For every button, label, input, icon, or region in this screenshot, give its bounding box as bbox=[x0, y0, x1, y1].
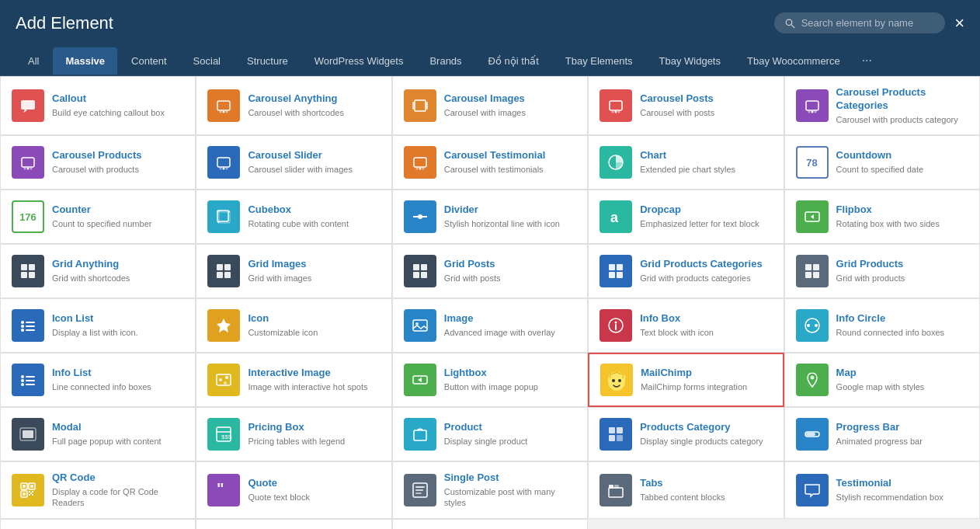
element-card-carousel-images[interactable]: Carousel Images Carousel with images bbox=[392, 76, 588, 135]
element-card-timeline-basic[interactable]: Timeline Basic Simple timeline shortcode bbox=[196, 519, 391, 529]
element-desc: Advanced image with overlay bbox=[444, 327, 576, 338]
element-card-progress-bar[interactable]: Progress Bar Animated progress bar bbox=[784, 407, 980, 461]
element-info: Quote Quote text block bbox=[248, 477, 380, 503]
svg-point-17 bbox=[814, 111, 816, 113]
element-card-grid-anything[interactable]: Grid Anything Grid with shortcodes bbox=[0, 244, 196, 298]
svg-point-82 bbox=[219, 378, 222, 381]
element-icon bbox=[207, 200, 240, 233]
element-card-testimonial[interactable]: Testimonial Stylish recommendation box bbox=[784, 461, 980, 518]
svg-point-25 bbox=[226, 168, 228, 170]
element-card-grid-images[interactable]: Grid Images Grid with images bbox=[196, 244, 391, 298]
element-card-icon[interactable]: Icon Customizable icon bbox=[196, 298, 391, 353]
tab-tbay-woocommerce[interactable]: Tbay Woocommerce bbox=[735, 47, 853, 75]
element-desc: Pricing tables with legend bbox=[248, 436, 380, 447]
element-card-info-circle[interactable]: Info Circle Round connected info boxes bbox=[784, 298, 980, 353]
element-card-carousel-products-categories[interactable]: Carousel Products Categories Carousel wi… bbox=[784, 76, 980, 135]
element-card-pricing-box[interactable]: $$$ Pricing Box Pricing tables with lege… bbox=[196, 407, 391, 461]
tab-brands[interactable]: Brands bbox=[417, 47, 474, 75]
element-card-grid-products[interactable]: Grid Products Grid with products bbox=[784, 244, 980, 298]
element-name: Info Circle bbox=[836, 312, 968, 325]
tab-structure[interactable]: Structure bbox=[235, 47, 301, 75]
element-card-cubebox[interactable]: Cubebox Rotating cube with content bbox=[196, 190, 391, 244]
svg-point-83 bbox=[225, 376, 228, 379]
element-desc: Build eye catching callout box bbox=[52, 107, 184, 118]
element-card-carousel-products[interactable]: Carousel Products Carousel with products bbox=[0, 135, 196, 190]
svg-rect-98 bbox=[617, 427, 623, 433]
element-info: MailChimp MailChimp forms integration bbox=[641, 367, 771, 392]
element-card-grid-posts[interactable]: Grid Posts Grid with posts bbox=[392, 244, 588, 298]
element-card-carousel-posts[interactable]: Carousel Posts Carousel with posts bbox=[588, 76, 784, 135]
tab-tbay-widgets[interactable]: Tbay Widgets bbox=[647, 47, 733, 75]
element-icon bbox=[796, 200, 829, 233]
element-name: Interactive Image bbox=[248, 367, 380, 380]
svg-rect-65 bbox=[26, 329, 35, 331]
element-name: Carousel Anything bbox=[248, 92, 380, 106]
tab-massive[interactable]: Massive bbox=[53, 47, 117, 75]
element-card-callout[interactable]: Callout Build eye catching callout box bbox=[0, 76, 196, 135]
element-card-map[interactable]: Map Google map with styles bbox=[784, 353, 980, 407]
svg-rect-111 bbox=[29, 494, 30, 496]
element-card-flipbox[interactable]: Flipbox Rotating box with two sides bbox=[784, 190, 980, 244]
element-card-carousel-anything[interactable]: Carousel Anything Carousel with shortcod… bbox=[196, 76, 391, 135]
svg-text:a: a bbox=[610, 210, 619, 225]
element-card-chart[interactable]: Chart Extended pie chart styles bbox=[588, 135, 784, 190]
element-card-interactive-image[interactable]: Interactive Image Image with interactive… bbox=[196, 353, 391, 407]
element-desc: Rotating cube with content bbox=[248, 218, 380, 229]
element-card-tabs[interactable]: Tabs Tabbed content blocks bbox=[588, 461, 784, 518]
svg-rect-49 bbox=[421, 264, 427, 270]
element-desc: Tabbed content blocks bbox=[640, 492, 772, 503]
element-icon: 78 bbox=[796, 146, 829, 179]
tab-all[interactable]: All bbox=[16, 47, 51, 75]
search-input[interactable] bbox=[801, 17, 935, 29]
close-button[interactable]: × bbox=[954, 15, 964, 32]
element-card-carousel-slider[interactable]: Carousel Slider Carousel slider with ima… bbox=[196, 135, 391, 190]
element-name: Testimonial bbox=[836, 477, 968, 490]
tab-tbay-elements[interactable]: Tbay Elements bbox=[553, 47, 645, 75]
element-card-products-category[interactable]: Products Category Display single product… bbox=[588, 407, 784, 461]
svg-point-11 bbox=[615, 111, 617, 113]
element-card-countdown[interactable]: 78 Countdown Count to specified date bbox=[784, 135, 980, 190]
element-card-product[interactable]: Product Display single product bbox=[392, 407, 588, 461]
element-card-divider[interactable]: Divider Stylish horizontal line with ico… bbox=[392, 190, 588, 244]
element-info: Interactive Image Image with interactive… bbox=[248, 367, 380, 392]
element-card-quote[interactable]: " Quote Quote text block bbox=[196, 461, 391, 518]
element-desc: Emphasized letter for text block bbox=[640, 218, 772, 229]
tab-social[interactable]: Social bbox=[181, 47, 233, 75]
svg-rect-63 bbox=[26, 325, 35, 327]
element-card-grid-products-categories[interactable]: Grid Products Categories Grid with produ… bbox=[588, 244, 784, 298]
element-card-icon-list[interactable]: Icon List Display a list with icon. bbox=[0, 298, 196, 353]
element-card-mailchimp[interactable]: MailChimp MailChimp forms integration bbox=[588, 353, 784, 407]
element-card-text-block[interactable]: T Text Block Display a text with font fo… bbox=[0, 519, 196, 529]
element-name: Products Category bbox=[640, 421, 772, 434]
element-info: Dropcap Emphasized letter for text block bbox=[640, 204, 772, 229]
element-card-ihover[interactable]: iHover iHover with different animations bbox=[392, 519, 588, 529]
svg-rect-44 bbox=[217, 264, 223, 270]
svg-point-15 bbox=[811, 111, 813, 113]
svg-rect-81 bbox=[217, 374, 231, 385]
element-card-info-list[interactable]: Info List Line connected info boxes bbox=[0, 353, 196, 407]
element-icon bbox=[404, 255, 436, 287]
element-card-modal[interactable]: Modal Full page popup with content bbox=[0, 407, 196, 461]
element-icon bbox=[12, 364, 44, 396]
element-card-carousel-testimonial[interactable]: Carousel Testimonial Carousel with testi… bbox=[392, 135, 588, 190]
element-card-counter[interactable]: 176 Counter Count to specified number bbox=[0, 190, 196, 244]
element-card-dropcap[interactable]: a Dropcap Emphasized letter for text blo… bbox=[588, 190, 784, 244]
element-info: Grid Anything Grid with shortcodes bbox=[52, 258, 184, 284]
element-desc: Carousel with products category bbox=[836, 114, 968, 125]
element-card-lightbox[interactable]: Lightbox Button with image popup bbox=[392, 353, 588, 407]
element-card-single-post[interactable]: Single Post Customizable post with many … bbox=[392, 461, 588, 518]
tab-content[interactable]: Content bbox=[119, 47, 179, 75]
svg-point-24 bbox=[220, 168, 222, 170]
element-desc: Quote text block bbox=[248, 492, 380, 503]
element-card-image[interactable]: Image Advanced image with overlay bbox=[392, 298, 588, 353]
tabs-more-button[interactable]: ··· bbox=[854, 46, 880, 75]
svg-point-75 bbox=[21, 375, 24, 378]
search-box[interactable] bbox=[774, 12, 945, 33]
tab-do-noi-that[interactable]: Đồ nội thất bbox=[476, 47, 551, 75]
element-icon: $$$ bbox=[207, 418, 240, 451]
element-card-info-box[interactable]: Info Box Text block with icon bbox=[588, 298, 784, 353]
svg-rect-121 bbox=[614, 485, 619, 489]
tab-wordpress-widgets[interactable]: WordPress Widgets bbox=[302, 47, 416, 75]
element-name: Carousel Testimonial bbox=[444, 149, 576, 162]
element-card-qr-code[interactable]: QR Code Display a code for QR Code Reade… bbox=[0, 461, 196, 518]
